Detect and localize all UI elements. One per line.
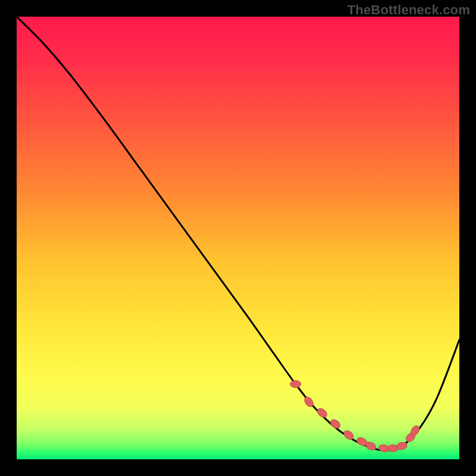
- watermark-text: TheBottleneck.com: [347, 2, 470, 18]
- plot-area: [17, 17, 459, 459]
- gradient-background: [17, 17, 459, 459]
- chart-svg: [17, 17, 459, 459]
- chart-stage: TheBottleneck.com: [0, 0, 476, 476]
- marker-point: [290, 381, 301, 388]
